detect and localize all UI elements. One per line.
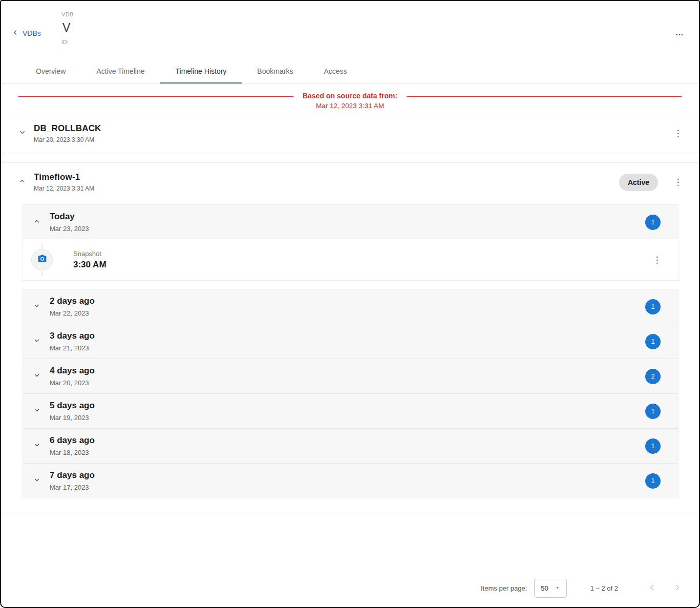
timeflow-section-timeflow-1: Timeflow-1 Mar 12, 2023 3:31 AM Active ⋮… [0,162,700,514]
tab-active-timeline[interactable]: Active Timeline [81,59,160,83]
day-group-3-days-ago[interactable]: 3 days ago Mar 21, 2023 1 [23,324,678,359]
chevron-down-icon [33,302,40,311]
tab-overview[interactable]: Overview [20,59,81,83]
snapshot-count-badge: 1 [645,438,661,454]
day-group-2-days-ago[interactable]: 2 days ago Mar 22, 2023 1 [23,289,678,324]
expand-day-group-button[interactable] [29,438,45,454]
day-group-today: Today Mar 23, 2023 1 [23,204,678,281]
banner-rule-right [407,96,682,97]
page-size-select[interactable]: 50 [534,579,566,598]
timeflow-info: Timeflow-1 Mar 12, 2023 3:31 AM [34,172,94,192]
banner-rule-left [18,96,293,97]
day-group-date: Mar 22, 2023 [50,309,95,317]
day-group-info: 3 days ago Mar 21, 2023 [50,331,95,352]
timeflow-body: Today Mar 23, 2023 1 [0,201,700,514]
page-title: V [62,21,682,35]
expand-timeflow-button[interactable] [14,126,30,141]
banner-timestamp: Mar 12, 2023 3:31 AM [303,102,397,110]
more-options-icon[interactable]: ... [675,29,684,36]
expand-day-group-button[interactable] [29,299,45,315]
day-group-date: Mar 19, 2023 [50,414,95,422]
chevron-right-icon [673,583,682,594]
title-block: VDB V ID: [61,8,682,45]
active-status-badge[interactable]: Active [619,174,658,191]
snapshot-marker [32,249,52,270]
snapshot-count-badge: 1 [645,404,661,419]
back-to-vdbs-link[interactable]: VDBs [11,29,41,38]
banner-text: Based on source data from: Mar 12, 2023 … [293,92,407,110]
day-group-5-days-ago[interactable]: 5 days ago Mar 19, 2023 1 [23,393,678,428]
chevron-left-icon [647,583,656,594]
snapshot-type-label: Snapshot [73,250,107,258]
snapshot-row: Snapshot 3:30 AM ⋮ [23,239,678,280]
chevron-down-icon [33,476,40,486]
day-group-label: 4 days ago [50,366,95,376]
day-group-info: 5 days ago Mar 19, 2023 [50,401,95,422]
snapshot-info: Snapshot 3:30 AM [73,250,107,270]
tab-bar: Overview Active Timeline Timeline Histor… [0,59,700,83]
day-group-7-days-ago[interactable]: 7 days ago Mar 17, 2023 1 [23,463,678,498]
back-link-label: VDBs [23,29,41,37]
kebab-menu-icon[interactable]: ⋮ [670,175,686,190]
kebab-menu-icon[interactable]: ⋮ [649,252,665,267]
timeflow-section-db-rollback: DB_ROLLBACK Mar 20, 2023 3:30 AM ⋮ [0,114,700,153]
camera-icon [37,254,47,266]
expand-day-group-button[interactable] [29,334,45,349]
day-group-info: 7 days ago Mar 17, 2023 [50,470,95,491]
timeflow-timestamp: Mar 12, 2023 3:31 AM [34,185,94,192]
collapse-day-group-button[interactable] [29,215,45,230]
tab-bookmarks[interactable]: Bookmarks [242,59,308,83]
day-group-label: 2 days ago [50,296,95,306]
day-group-label: Today [50,212,89,222]
snapshot-count-badge: 1 [645,299,661,315]
expand-day-group-button[interactable] [29,473,45,489]
previous-page-button[interactable] [645,581,659,596]
day-group-header[interactable]: Today Mar 23, 2023 1 [23,205,678,239]
next-page-button[interactable] [670,581,685,596]
chevron-up-icon [33,218,40,227]
day-group-date: Mar 17, 2023 [50,484,95,491]
pagination-bar: Items per page: 50 1 – 2 of 2 [0,579,700,598]
collapse-timeflow-button[interactable] [14,175,30,190]
day-group-4-days-ago[interactable]: 4 days ago Mar 20, 2023 2 [23,359,678,393]
timeflow-info: DB_ROLLBACK Mar 20, 2023 3:30 AM [34,123,101,143]
timeflow-name: DB_ROLLBACK [34,123,101,134]
expand-day-group-button[interactable] [29,404,45,419]
chevron-down-icon [18,129,26,138]
page-size-value: 50 [541,584,548,592]
day-group-label: 5 days ago [50,401,95,411]
day-group-date: Mar 21, 2023 [50,344,95,352]
day-group-info: 6 days ago Mar 18, 2023 [50,435,95,456]
day-group-date: Mar 20, 2023 [50,379,95,387]
items-per-page-label: Items per page: [481,584,527,592]
timeflow-header: Timeflow-1 Mar 12, 2023 3:31 AM Active ⋮ [0,163,700,201]
source-data-banner: Based on source data from: Mar 12, 2023 … [0,83,700,114]
timeflow-timestamp: Mar 20, 2023 3:30 AM [34,136,101,143]
timeline-rail [23,243,61,276]
pagination-range: 1 – 2 of 2 [590,584,618,592]
day-group-6-days-ago[interactable]: 6 days ago Mar 18, 2023 1 [23,428,678,463]
vdb-type-label: VDB [61,11,682,17]
chevron-left-icon [11,29,19,38]
day-group-info: 4 days ago Mar 20, 2023 [50,366,95,387]
chevron-down-icon [33,337,40,346]
day-group-date: Mar 23, 2023 [50,225,89,233]
expand-day-group-button[interactable] [29,369,45,384]
timeflow-name: Timeflow-1 [34,172,94,182]
banner-title: Based on source data from: [303,92,397,100]
chevron-down-icon [33,407,40,416]
snapshot-count-badge: 2 [645,369,661,384]
dropdown-arrow-icon [555,584,560,592]
day-group-info: 2 days ago Mar 22, 2023 [50,296,95,317]
tab-timeline-history[interactable]: Timeline History [160,59,242,83]
day-group-label: 6 days ago [50,435,95,446]
snapshot-count-badge: 1 [645,473,661,489]
page-header: VDBs VDB V ID: ... [0,0,700,57]
chevron-up-icon [18,177,26,187]
vdb-id-label: ID: [61,39,682,45]
day-group-list: 2 days ago Mar 22, 2023 1 3 days ago Mar… [23,289,678,498]
tab-access[interactable]: Access [308,59,362,83]
kebab-menu-icon[interactable]: ⋮ [670,126,686,141]
day-group-label: 3 days ago [50,331,95,341]
snapshot-count-badge: 1 [645,334,661,349]
